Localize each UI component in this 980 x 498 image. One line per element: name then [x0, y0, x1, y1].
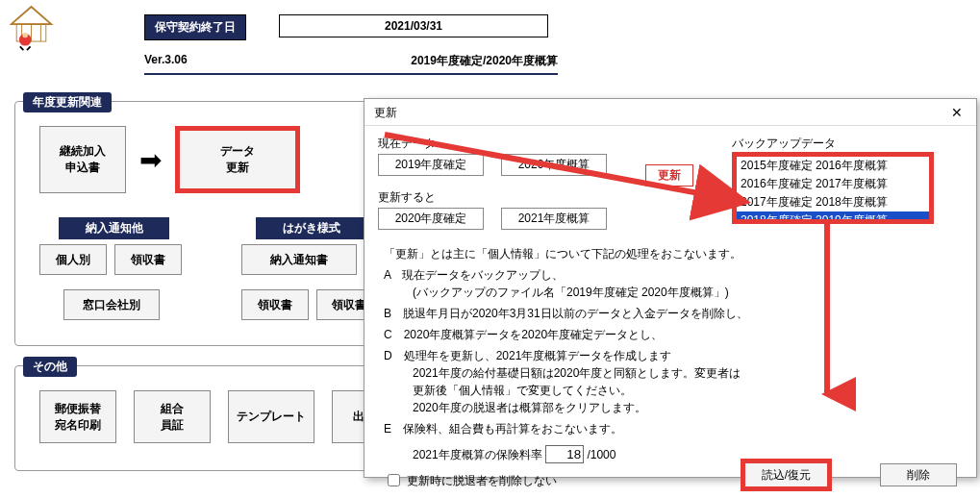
rate-label: 2021年度概算の保険料率	[413, 448, 542, 461]
desc-d4: 2020年度の脱退者は概算部をクリアします。	[413, 399, 963, 416]
svg-point-6	[23, 33, 28, 37]
rate-suffix: /1000	[587, 448, 616, 461]
data-line1: データ	[220, 143, 255, 160]
after-b-button[interactable]: 2021年度概算	[501, 208, 607, 230]
no-delete-checkbox[interactable]: 更新時に脱退者を削除しない	[384, 471, 557, 489]
sub-hagaki: はがき様式	[256, 217, 366, 239]
desc-d2: 2021年度の給付基礎日額は2020年度と同額とします。変更者は	[413, 364, 963, 382]
dialog-title: 更新	[374, 99, 397, 126]
after-label: 更新すると	[378, 189, 607, 206]
desc-d3: 更新後「個人情報」で変更してください。	[413, 382, 963, 399]
svg-line-8	[20, 46, 24, 50]
current-a-button[interactable]: 2019年度確定	[378, 154, 484, 176]
backup-list[interactable]: 2015年度確定 2016年度概算 2016年度確定 2017年度概算 2017…	[732, 152, 934, 224]
rate-input[interactable]	[545, 445, 584, 463]
arrow-right-icon: ➡	[139, 144, 162, 176]
kumiai-button[interactable]: 組合 員証	[134, 390, 211, 443]
list-item[interactable]: 2016年度確定 2017年度概算	[737, 175, 929, 193]
delete-button[interactable]: 削除	[880, 463, 957, 486]
after-a-button[interactable]: 2020年度確定	[378, 208, 484, 230]
keizoku-line1: 継続加入	[60, 143, 106, 160]
update-dialog: 更新 ✕ 現在データ 2019年度確定 2020年度概算 更新すると 2020年…	[364, 98, 977, 478]
backup-label: バックアップデータ	[732, 136, 934, 152]
desc-a: A 現在データをバックアップし、	[384, 266, 963, 284]
yuubin-button[interactable]: 郵便振替 宛名印刷	[39, 390, 116, 443]
kumiai-l2: 員証	[161, 417, 184, 434]
yuubin-l1: 郵便振替	[55, 401, 101, 417]
list-item[interactable]: 2017年度確定 2018年度概算	[737, 193, 929, 212]
current-label: 現在データ	[378, 136, 607, 152]
close-icon[interactable]: ✕	[945, 101, 968, 124]
list-item-selected[interactable]: 2018年度確定 2019年度概算	[737, 212, 929, 224]
ryoshu-button[interactable]: 領収書	[114, 244, 182, 275]
fiscal-label: 2019年度確定/2020年度概算	[411, 53, 558, 69]
keizoku-button[interactable]: 継続加入 申込書	[39, 126, 126, 193]
list-item[interactable]: 2015年度確定 2016年度概算	[737, 157, 929, 175]
data-update-button[interactable]: データ 更新	[175, 126, 300, 193]
sub-nofu: 納入通知他	[59, 217, 169, 239]
svg-line-9	[27, 46, 31, 50]
current-b-button[interactable]: 2020年度概算	[501, 154, 607, 176]
kojin-button[interactable]: 個人別	[39, 244, 107, 275]
contract-end-date: 2021/03/31	[279, 14, 548, 37]
keizoku-line2: 申込書	[65, 160, 100, 176]
read-restore-button[interactable]: 読込/復元	[741, 459, 832, 491]
desc-b: B 脱退年月日が2020年3月31日以前のデータと入金データを削除し、	[384, 305, 963, 322]
sub-hagaki-title: はがき様式	[256, 217, 366, 239]
no-delete-label: 更新時に脱退者を削除しない	[407, 472, 557, 489]
desc-a2: (バックアップのファイル名「2019年度確定 2020年度概算」)	[413, 284, 963, 301]
update-button[interactable]: 更新	[645, 164, 693, 187]
nofu-tsuuchi-button[interactable]: 納入通知書	[241, 244, 357, 275]
app-logo-icon	[10, 5, 53, 53]
sub-nofu-title: 納入通知他	[59, 217, 169, 239]
ryoshu2-button[interactable]: 領収書	[241, 289, 309, 320]
contract-end-label: 保守契約終了日	[144, 14, 246, 40]
dialog-titlebar: 更新 ✕	[364, 99, 976, 126]
version-label: Ver.3.06	[144, 53, 188, 69]
group-year-update: 年度更新関連	[23, 92, 112, 112]
desc-d: D 処理年を更新し、2021年度概算データを作成します	[384, 347, 963, 364]
yuubin-l2: 宛名印刷	[55, 417, 101, 434]
template-button[interactable]: テンプレート	[228, 390, 314, 443]
no-delete-checkbox-input[interactable]	[388, 474, 400, 486]
kumiai-l1: 組合	[161, 401, 184, 417]
svg-rect-7	[22, 37, 29, 44]
svg-marker-0	[12, 7, 51, 24]
group-other: その他	[23, 357, 77, 377]
madoguchi-button[interactable]: 窓口会社別	[63, 289, 160, 320]
desc-intro: 「更新」とは主に「個人情報」について下記の処理をおこないます。	[384, 245, 963, 262]
desc-e: E 保険料、組合費も再計算をおこないます。	[384, 420, 963, 437]
desc-c: C 2020年度概算データを2020年度確定データとし、	[384, 326, 963, 343]
data-line2: 更新	[226, 160, 249, 176]
